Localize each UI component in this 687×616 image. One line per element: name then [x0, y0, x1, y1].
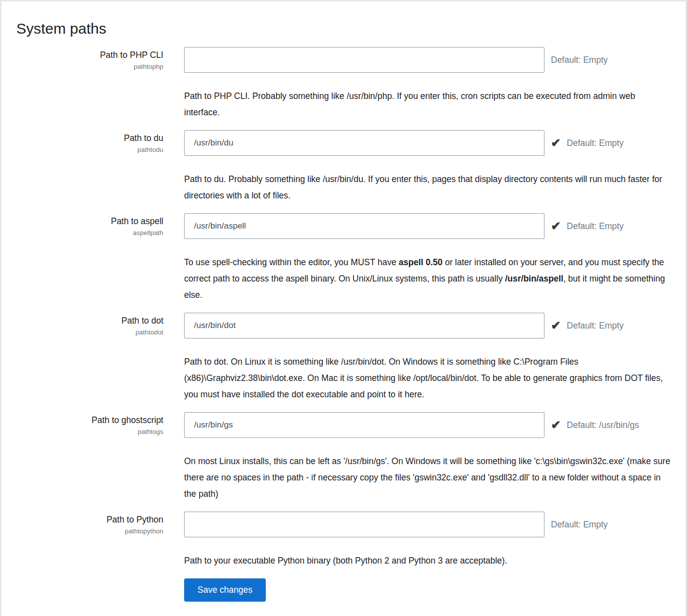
setting-description: Path to du. Probably something like /usr…	[16, 171, 671, 204]
pathtophp-input[interactable]	[184, 47, 544, 73]
setting-description: To use spell-checking within the editor,…	[16, 254, 671, 303]
setting-description: Path to your executable Python binary (b…	[16, 553, 671, 569]
default-value-label: Default: Empty	[567, 138, 624, 148]
pathtodu-input[interactable]	[184, 130, 544, 156]
setting-row-pathtophp: Path to PHP CLI pathtophp Default: Empty…	[16, 47, 671, 121]
setting-shortname: pathtodu	[16, 146, 163, 153]
setting-description: Path to dot. On Linux it is something li…	[16, 354, 671, 403]
setting-row-pathtodot: Path to dot pathtodot ✔ Default: Empty P…	[16, 313, 671, 403]
setting-label: Path to Python	[16, 514, 163, 526]
system-paths-page: System paths Path to PHP CLI pathtophp D…	[0, 0, 687, 616]
aspellpath-input[interactable]	[184, 213, 544, 239]
default-value-group: ✔ Default: Empty	[551, 137, 624, 149]
setting-label-group: Path to aspell aspellpath	[16, 216, 184, 237]
setting-shortname: pathtophp	[16, 63, 163, 70]
default-value-label: Default: Empty	[551, 520, 608, 530]
default-value-group: ✔ Default: Empty	[551, 220, 624, 232]
default-check-icon: ✔	[551, 320, 561, 332]
setting-label: Path to dot	[16, 315, 163, 327]
default-value-group: Default: Empty	[551, 520, 608, 530]
default-check-icon: ✔	[551, 419, 561, 431]
pathtogs-input[interactable]	[184, 412, 544, 438]
setting-shortname: aspellpath	[16, 229, 163, 237]
setting-row-aspellpath: Path to aspell aspellpath ✔ Default: Emp…	[16, 213, 671, 303]
default-value-label: Default: Empty	[567, 321, 624, 331]
default-value-label: Default: /usr/bin/gs	[567, 420, 639, 430]
default-check-icon: ✔	[551, 137, 561, 149]
form-actions: Save changes	[16, 578, 671, 602]
setting-label: Path to aspell	[16, 216, 163, 228]
default-value-label: Default: Empty	[567, 221, 624, 232]
default-check-icon: ✔	[551, 220, 561, 232]
setting-label: Path to PHP CLI	[16, 49, 163, 61]
settings-form: Path to PHP CLI pathtophp Default: Empty…	[16, 47, 671, 602]
default-value-group: ✔ Default: Empty	[551, 320, 624, 332]
setting-shortname: pathtopython	[16, 527, 163, 535]
page-title: System paths	[16, 18, 671, 39]
pathtodot-input[interactable]	[184, 313, 544, 338]
save-changes-button[interactable]: Save changes	[184, 578, 266, 602]
setting-row-pathtodu: Path to du pathtodu ✔ Default: Empty Pat…	[16, 130, 671, 204]
setting-label-group: Path to du pathtodu	[16, 133, 184, 153]
setting-row-pathtogs: Path to ghostscript pathtogs ✔ Default: …	[16, 412, 671, 502]
default-value-label: Default: Empty	[551, 55, 608, 65]
setting-description: Path to PHP CLI. Probably something like…	[16, 88, 671, 121]
setting-row-pathtopython: Path to Python pathtopython Default: Emp…	[16, 512, 671, 569]
setting-label-group: Path to Python pathtopython	[16, 514, 184, 535]
setting-label-group: Path to PHP CLI pathtophp	[16, 49, 184, 70]
setting-description: On most Linux installs, this can be left…	[16, 453, 671, 502]
default-value-group: ✔ Default: /usr/bin/gs	[551, 419, 639, 431]
setting-label: Path to ghostscript	[16, 415, 163, 426]
setting-label-group: Path to dot pathtodot	[16, 315, 184, 336]
setting-label-group: Path to ghostscript pathtogs	[16, 415, 184, 435]
default-value-group: Default: Empty	[551, 55, 608, 65]
setting-shortname: pathtodot	[16, 329, 163, 336]
setting-label: Path to du	[16, 133, 163, 144]
pathtopython-input[interactable]	[184, 512, 544, 537]
setting-shortname: pathtogs	[16, 428, 163, 435]
